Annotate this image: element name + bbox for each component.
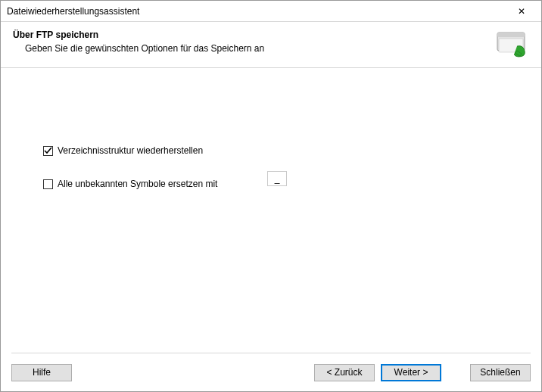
option-replace-symbols[interactable]: Alle unbekannten Symbole ersetzen mit — [43, 177, 541, 191]
titlebar: Dateiwiederherstellungsassistent ✕ — [1, 1, 541, 22]
replace-symbol-input-wrap — [267, 171, 287, 186]
dialog-window: Dateiwiederherstellungsassistent ✕ Über … — [0, 0, 542, 392]
folder-ftp-icon — [494, 28, 531, 58]
close-button[interactable]: ✕ — [506, 2, 537, 21]
replace-symbols-label: Alle unbekannten Symbole ersetzen mit — [58, 179, 217, 189]
wizard-content: Verzeichnisstruktur wiederherstellen All… — [1, 68, 541, 353]
window-title: Dateiwiederherstellungsassistent — [7, 6, 506, 17]
page-subtitle: Geben Sie die gewünschten Optionen für d… — [25, 43, 488, 54]
next-button[interactable]: Weiter > — [381, 364, 441, 381]
replace-symbols-checkbox[interactable] — [43, 179, 53, 189]
page-title: Über FTP speichern — [13, 30, 488, 40]
restore-structure-checkbox[interactable] — [43, 146, 53, 156]
back-button[interactable]: < Zurück — [314, 364, 375, 381]
wizard-header: Über FTP speichern Geben Sie die gewünsc… — [1, 22, 541, 68]
close-wizard-button[interactable]: Schließen — [470, 364, 531, 381]
wizard-footer: Hilfe < Zurück Weiter > Schließen — [1, 353, 541, 391]
svg-rect-1 — [497, 33, 525, 37]
close-icon: ✕ — [518, 6, 525, 17]
help-button[interactable]: Hilfe — [11, 364, 72, 381]
replace-symbol-input[interactable] — [267, 171, 287, 186]
restore-structure-label: Verzeichnisstruktur wiederherstellen — [58, 145, 203, 156]
wizard-header-text: Über FTP speichern Geben Sie die gewünsc… — [11, 30, 488, 54]
checkmark-icon — [44, 147, 52, 155]
option-restore-structure[interactable]: Verzeichnisstruktur wiederherstellen — [43, 144, 541, 157]
